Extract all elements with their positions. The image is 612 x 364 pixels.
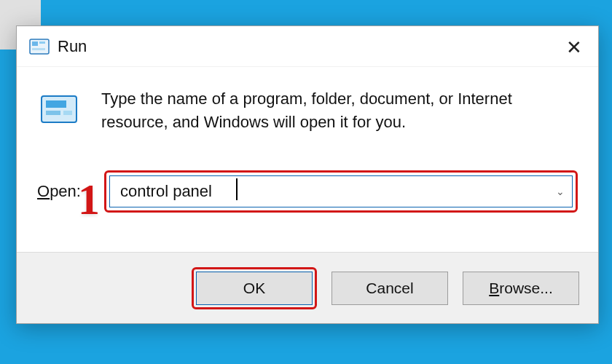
cancel-button-label: Cancel	[366, 280, 413, 297]
svg-rect-7	[63, 111, 72, 115]
browse-button-label: Browse...	[489, 280, 553, 297]
close-button[interactable]: ✕	[557, 31, 591, 64]
window-title: Run	[58, 37, 87, 56]
svg-rect-6	[46, 111, 60, 115]
title-bar: Run ✕	[17, 26, 598, 67]
run-body-icon	[37, 87, 81, 131]
button-footer: OK Cancel Browse...	[17, 252, 598, 323]
open-label: Open:	[37, 182, 104, 201]
ok-button-label: OK	[243, 280, 265, 297]
step2-highlight-box: OK	[192, 267, 317, 309]
open-input[interactable]	[109, 175, 573, 207]
svg-rect-1	[32, 41, 38, 46]
svg-rect-4	[42, 96, 76, 122]
svg-rect-2	[39, 41, 45, 44]
close-icon: ✕	[566, 36, 582, 59]
svg-rect-5	[46, 100, 66, 108]
svg-rect-3	[32, 48, 45, 50]
open-combobox[interactable]: ⌄	[104, 170, 578, 213]
ok-button[interactable]: OK	[196, 272, 313, 305]
run-dialog: Run ✕ Type the name of a program, folder…	[16, 25, 599, 324]
dialog-body: Type the name of a program, folder, docu…	[17, 67, 598, 213]
text-caret	[236, 178, 238, 200]
step1-highlight-box	[104, 170, 578, 213]
browse-button[interactable]: Browse...	[463, 272, 579, 305]
run-app-icon	[27, 34, 52, 59]
cancel-button[interactable]: Cancel	[332, 272, 448, 305]
description-text: Type the name of a program, folder, docu…	[101, 87, 568, 134]
